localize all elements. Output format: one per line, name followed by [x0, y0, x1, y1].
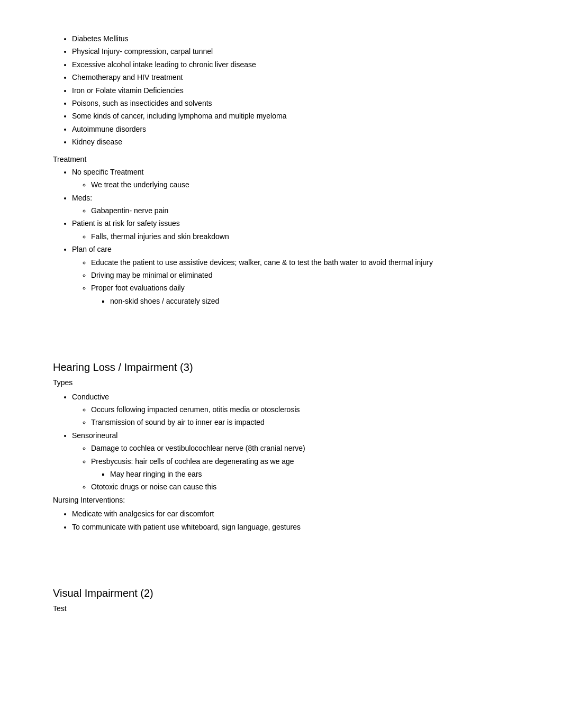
conductive-item: Conductive Occurs following impacted cer… — [72, 391, 520, 429]
list-item: Iron or Folate vitamin Deficiencies — [72, 85, 520, 96]
list-item: Medicate with analgesics for ear discomf… — [72, 508, 520, 520]
nursing-list: Medicate with analgesics for ear discomf… — [53, 508, 520, 533]
sensorineural-item: Sensorineural Damage to cochlea or vesti… — [72, 430, 520, 493]
safety-sub: Falls, thermal injuries and skin breakdo… — [72, 231, 520, 242]
list-item: Autoimmune disorders — [72, 123, 520, 135]
conductive-sub: Occurs following impacted cerumen, otiti… — [72, 404, 520, 429]
list-item: Diabetes Mellitus — [72, 33, 520, 44]
list-item: Kidney disease — [72, 136, 520, 148]
visual-heading: Visual Impairment (2) — [53, 585, 520, 602]
hearing-types-list: Conductive Occurs following impacted cer… — [53, 391, 520, 493]
sensorineural-sub: Damage to cochlea or vestibulocochlear n… — [72, 442, 520, 493]
list-item: Educate the patient to use assistive dev… — [91, 257, 520, 268]
treatment-label: Treatment — [53, 155, 86, 163]
visual-sub-label: Test — [53, 603, 520, 614]
hearing-heading: Hearing Loss / Impairment (3) — [53, 359, 520, 376]
list-item: Driving may be minimal or eliminated — [91, 269, 520, 281]
hearing-section: Hearing Loss / Impairment (3) Types Cond… — [53, 359, 520, 533]
list-item: Presbycusis: hair cells of cochlea are d… — [91, 456, 520, 480]
treatment-list: No specific Treatment We treat the under… — [53, 166, 520, 307]
plan-item: Plan of care Educate the patient to use … — [72, 243, 520, 307]
list-item: Some kinds of cancer, including lymphoma… — [72, 110, 520, 122]
list-item: We treat the underlying cause — [91, 179, 520, 190]
list-item: Ototoxic drugs or noise can cause this — [91, 481, 520, 493]
visual-section: Visual Impairment (2) Test — [53, 585, 520, 614]
list-item: Transmission of sound by air to inner ea… — [91, 416, 520, 428]
list-item: non-skid shoes / accurately sized — [110, 295, 520, 307]
list-item: Falls, thermal injuries and skin breakdo… — [91, 231, 520, 242]
meds-item: Meds: Gabapentin- nerve pain — [72, 192, 520, 217]
types-label: Types — [53, 377, 520, 388]
list-item: May hear ringing in the ears — [110, 468, 520, 480]
no-specific-sub: We treat the underlying cause — [72, 179, 520, 190]
list-item: Excessive alcohol intake leading to chro… — [72, 59, 520, 70]
list-item: Damage to cochlea or vestibulocochlear n… — [91, 442, 520, 454]
causes-list: Diabetes Mellitus Physical Injury- compr… — [53, 33, 520, 148]
list-item: Proper foot evaluations daily non-skid s… — [91, 282, 520, 307]
safety-item: Patient is at risk for safety issues Fal… — [72, 217, 520, 242]
list-item: Chemotherapy and HIV treatment — [72, 71, 520, 83]
list-item: Physical Injury- compression, carpal tun… — [72, 46, 520, 57]
sensorineural-sub2: May hear ringing in the ears — [91, 468, 520, 480]
no-specific-item: No specific Treatment We treat the under… — [72, 166, 520, 191]
list-item: Gabapentin- nerve pain — [91, 205, 520, 216]
list-item: To communicate with patient use whiteboa… — [72, 521, 520, 533]
spacer1 — [53, 308, 520, 333]
spacer2 — [53, 534, 520, 559]
plan-sub: Educate the patient to use assistive dev… — [72, 257, 520, 307]
plan-sub2: non-skid shoes / accurately sized — [91, 295, 520, 307]
list-item: Occurs following impacted cerumen, otiti… — [91, 404, 520, 415]
meds-sub: Gabapentin- nerve pain — [72, 205, 520, 216]
list-item: Poisons, such as insecticides and solven… — [72, 97, 520, 109]
nursing-label: Nursing Interventions: — [53, 494, 520, 506]
treatment-section: Treatment No specific Treatment We treat… — [53, 153, 520, 307]
